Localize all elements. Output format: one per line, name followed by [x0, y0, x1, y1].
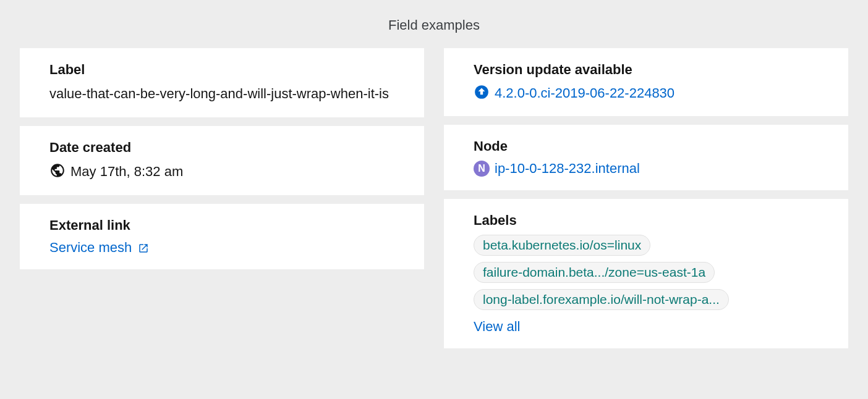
external-link-header: External link [49, 217, 394, 233]
label-chip[interactable]: failure-domain.beta.../zone=us-east-1a [474, 262, 715, 283]
node-link[interactable]: ip-10-0-128-232.internal [495, 161, 640, 177]
page-title: Field examples [20, 17, 848, 33]
arrow-up-circle-icon [474, 84, 490, 103]
node-card: Node N ip-10-0-128-232.internal [444, 125, 848, 190]
date-created-card: Date created May 17th, 8:32 am [20, 126, 424, 195]
external-link-text: Service mesh [49, 240, 132, 255]
label-chip[interactable]: long-label.forexample.io/will-not-wrap-a… [474, 289, 729, 310]
labels-chips: beta.kubernetes.io/os=linux failure-doma… [474, 235, 819, 310]
date-created-header: Date created [49, 140, 394, 156]
date-created-value: May 17th, 8:32 am [70, 162, 183, 182]
left-column: Label value-that-can-be-very-long-and-wi… [20, 48, 424, 348]
version-update-card: Version update available 4.2.0-0.ci-2019… [444, 48, 848, 116]
right-column: Version update available 4.2.0-0.ci-2019… [444, 48, 848, 348]
version-update-header: Version update available [474, 62, 819, 78]
label-value: value-that-can-be-very-long-and-will-jus… [49, 84, 394, 104]
globe-icon [49, 162, 66, 181]
label-header: Label [49, 62, 394, 78]
label-chip[interactable]: beta.kubernetes.io/os=linux [474, 235, 650, 256]
view-all-link[interactable]: View all [474, 319, 520, 335]
node-header: Node [474, 138, 819, 154]
labels-card: Labels beta.kubernetes.io/os=linux failu… [444, 199, 848, 348]
external-link-card: External link Service mesh [20, 204, 424, 269]
external-link[interactable]: Service mesh [49, 240, 149, 255]
label-card: Label value-that-can-be-very-long-and-wi… [20, 48, 424, 117]
external-link-icon [135, 240, 149, 255]
node-badge-icon: N [474, 161, 490, 177]
version-update-link[interactable]: 4.2.0-0.ci-2019-06-22-224830 [495, 85, 674, 101]
labels-header: Labels [474, 212, 819, 229]
